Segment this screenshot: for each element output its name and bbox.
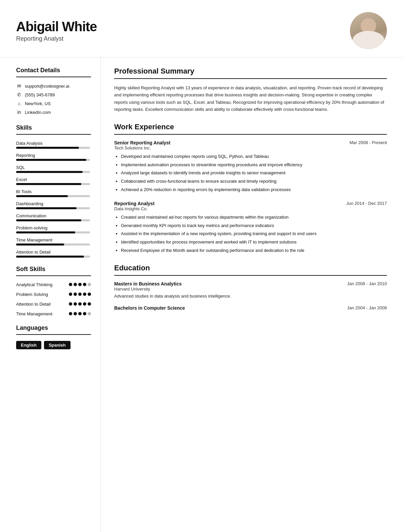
skill-name: BI Tools (16, 189, 91, 194)
location-value: NewYork, US (25, 101, 51, 106)
skill-bar-fill (16, 195, 68, 197)
skill-item: Data Analysis (16, 141, 91, 149)
skill-name: Excel (16, 177, 91, 182)
contact-email: ✉ support@cvdesigner.ai (16, 83, 91, 89)
job-header: Reporting Analyst Jun 2014 - Dec 2017 (114, 201, 387, 206)
soft-skills-list: Analytical Thinking Problem Solving Atte… (16, 282, 91, 316)
edu-school: Harvard University (114, 286, 387, 292)
education-list: Masters in Business Analytics Jan 2008 -… (114, 281, 387, 311)
soft-skill-dot (83, 302, 86, 306)
soft-skill-dot (78, 293, 82, 296)
main-layout: Contact Details ✉ support@cvdesigner.ai … (0, 57, 403, 532)
soft-skill-dot (78, 312, 82, 315)
languages-section: Languages EnglishSpanish (16, 324, 91, 349)
work-experience-section: Work Experience Senior Reporting Analyst… (114, 123, 387, 254)
job-bullet: Identified opportunities for process imp… (121, 239, 387, 246)
soft-skills-divider (16, 275, 91, 276)
soft-skills-title: Soft Skills (16, 266, 91, 273)
soft-skill-dots (69, 311, 91, 315)
skill-name: Data Analysis (16, 141, 91, 146)
soft-skill-dot (83, 283, 86, 286)
skill-item: Dashboarding (16, 201, 91, 209)
skill-item: Problem-solving (16, 225, 91, 233)
soft-skill-item: Time Management (16, 311, 91, 316)
skill-bar-fill (16, 231, 75, 233)
job-company: Data Insights Co. (114, 206, 387, 211)
contact-location: ⌂ NewYork, US (16, 101, 91, 106)
education-entry: Masters in Business Analytics Jan 2008 -… (114, 281, 387, 300)
soft-skill-dot (69, 293, 72, 296)
job-title: Reporting Analyst (114, 201, 154, 206)
header-name-section: Abigail White Reporting Analyst (16, 19, 97, 42)
contact-linkedin: in LinkedIn.com (16, 109, 91, 115)
avatar (350, 12, 387, 49)
soft-skill-dot (78, 302, 82, 306)
soft-skill-dot (74, 312, 77, 315)
skill-name: Attention to Detail (16, 250, 91, 255)
skill-bar-fill (16, 219, 81, 221)
skill-bar-fill (16, 159, 86, 161)
soft-skill-dot (74, 293, 77, 296)
skill-bar-bg (16, 159, 90, 161)
soft-skill-dots (69, 282, 91, 286)
work-experience-divider (114, 134, 387, 135)
email-value: support@cvdesigner.ai (25, 84, 69, 89)
skill-name: Problem-solving (16, 225, 91, 230)
job-title: Senior Reporting Analyst (114, 140, 171, 145)
job-entry: Senior Reporting Analyst Mar 2008 - Pres… (114, 140, 387, 193)
soft-skill-item: Problem Solving (16, 292, 91, 297)
soft-skill-name: Time Management (16, 311, 53, 316)
job-header: Senior Reporting Analyst Mar 2008 - Pres… (114, 140, 387, 145)
skill-bar-bg (16, 147, 90, 149)
soft-skill-name: Attention to Detail (16, 302, 53, 307)
summary-title: Professional Summary (114, 67, 387, 76)
skill-name: Time Management (16, 237, 91, 242)
contact-phone: ✆ (555) 345-6789 (16, 92, 91, 97)
soft-skill-dot (88, 293, 91, 296)
job-bullet: Assisted in the implementation of a new … (121, 230, 387, 237)
skill-name: Reporting (16, 153, 91, 158)
skill-item: Attention to Detail (16, 250, 91, 258)
soft-skill-name: Problem Solving (16, 292, 53, 297)
skills-section-title: Skills (16, 124, 91, 131)
education-divider (114, 275, 387, 276)
contact-divider (16, 77, 91, 77)
edu-header: Bachelors in Computer Science Jan 2004 -… (114, 305, 387, 311)
language-tags: EnglishSpanish (16, 341, 91, 349)
email-icon: ✉ (16, 83, 22, 89)
job-dates: Jun 2014 - Dec 2017 (346, 201, 387, 206)
edu-degree: Masters in Business Analytics (114, 281, 182, 286)
main-content: Professional Summary Highly skilled Repo… (101, 57, 403, 532)
candidate-title: Reporting Analyst (16, 35, 97, 42)
edu-degree: Bachelors in Computer Science (114, 305, 185, 311)
skill-name: SQL (16, 165, 91, 170)
location-icon: ⌂ (16, 101, 22, 106)
contact-section: Contact Details ✉ support@cvdesigner.ai … (16, 67, 91, 115)
linkedin-value: LinkedIn.com (25, 110, 51, 115)
skill-bar-fill (16, 147, 79, 149)
soft-skill-dot (74, 302, 77, 306)
avatar-image (350, 12, 387, 49)
sidebar: Contact Details ✉ support@cvdesigner.ai … (0, 57, 101, 532)
skill-bar-bg (16, 219, 90, 221)
languages-divider (16, 334, 91, 335)
candidate-name: Abigail White (16, 19, 97, 34)
job-company: Tech Solutions Inc. (114, 145, 387, 150)
job-bullets: Created and maintained ad-hoc reports fo… (114, 214, 387, 254)
soft-skill-dots (69, 302, 91, 306)
job-bullet: Created and maintained ad-hoc reports fo… (121, 214, 387, 221)
soft-skill-dot (69, 302, 72, 306)
languages-title: Languages (16, 324, 91, 331)
skill-bar-bg (16, 243, 90, 246)
job-entry: Reporting Analyst Jun 2014 - Dec 2017 Da… (114, 201, 387, 254)
skill-item: BI Tools (16, 189, 91, 197)
soft-skill-dot (69, 283, 72, 286)
edu-dates: Jan 2004 - Jan 2008 (347, 305, 387, 310)
job-dates: Mar 2008 - Present (350, 140, 387, 145)
language-tag: English (16, 341, 41, 349)
phone-icon: ✆ (16, 92, 22, 97)
skill-bar-bg (16, 207, 90, 209)
soft-skill-dot (83, 293, 86, 296)
skill-bar-fill (16, 183, 81, 185)
job-bullet: Implemented automation processes to stre… (121, 162, 387, 169)
